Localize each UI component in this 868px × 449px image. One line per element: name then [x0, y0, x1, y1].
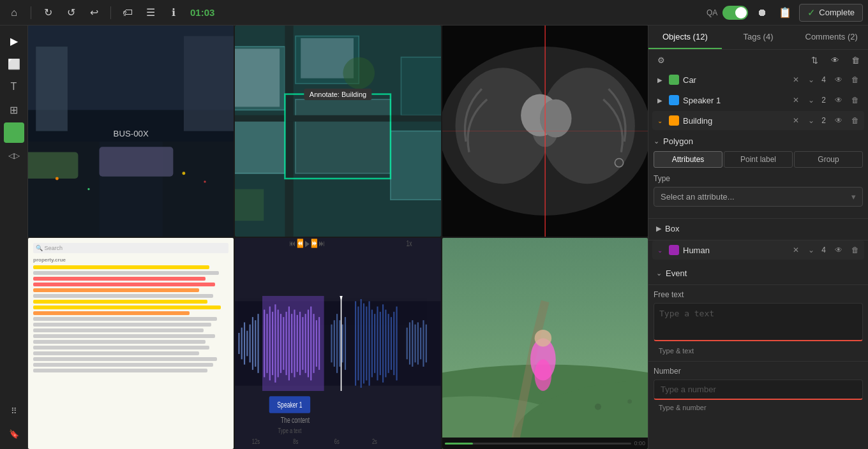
building-label: Building: [683, 116, 786, 126]
speaker1-expand-chevron[interactable]: ⌄: [805, 94, 818, 107]
car-delete-icon[interactable]: 🗑: [849, 73, 862, 86]
building-delete-icon[interactable]: 🗑: [849, 114, 862, 127]
svg-rect-73: [336, 314, 338, 373]
svg-rect-60: [291, 314, 292, 373]
text-line-9: [33, 311, 190, 315]
polygon-expand-icon[interactable]: ⌄: [654, 137, 659, 145]
sub-tab-attributes[interactable]: Attributes: [654, 151, 722, 168]
sidebar-grid-icon[interactable]: ⠿: [4, 401, 24, 421]
canvas-cell-urban[interactable]: BUS-00X: [28, 26, 234, 237]
info-icon[interactable]: ℹ: [165, 4, 183, 22]
human-delete-icon[interactable]: 🗑: [849, 244, 862, 256]
svg-rect-98: [420, 328, 421, 360]
type-attribute-label: Type: [654, 174, 863, 183]
filter-icon[interactable]: ⚙: [654, 52, 669, 68]
human-color: [669, 245, 679, 255]
sidebar-shape-icon[interactable]: ⬜: [4, 54, 24, 74]
home-icon[interactable]: ⌂: [5, 4, 23, 22]
delete-all-icon[interactable]: 🗑: [848, 52, 863, 68]
tag-icon[interactable]: 🏷: [119, 4, 137, 22]
svg-rect-87: [382, 304, 384, 382]
building-expand-chevron[interactable]: ⌄: [805, 114, 818, 127]
record-icon[interactable]: ⏺: [753, 4, 771, 22]
human-remove-icon[interactable]: ✕: [789, 244, 802, 256]
object-row-building[interactable]: ⌄ Building ✕ ⌄ 2 👁 🗑: [652, 111, 864, 130]
building-remove-icon[interactable]: ✕: [789, 114, 802, 127]
sidebar-layout-icon[interactable]: ⊞: [4, 99, 24, 120]
object-row-car[interactable]: ▶ Car ✕ ⌄ 4 👁 🗑: [652, 70, 864, 89]
free-text-input[interactable]: [654, 303, 863, 341]
speaker1-visibility-icon[interactable]: 👁: [832, 94, 845, 107]
toolbar-right: ⇅ 👁 🗑: [807, 52, 863, 68]
svg-rect-54: [275, 304, 276, 382]
tab-comments[interactable]: Comments (2): [795, 26, 868, 49]
object-row-speaker1[interactable]: ▶ Speaker 1 ✕ ⌄ 2 👁 🗑: [652, 91, 864, 110]
svg-rect-77: [355, 301, 356, 385]
sidebar-color-icon[interactable]: [4, 122, 24, 143]
complete-button[interactable]: ✓ Complete: [799, 4, 863, 22]
doc-title-label: property.crue: [33, 257, 228, 263]
svg-point-119: [534, 359, 551, 391]
human-expand-chevron[interactable]: ⌄: [805, 244, 818, 256]
svg-rect-48: [255, 320, 256, 367]
sub-tab-point-label[interactable]: Point label: [724, 151, 793, 168]
number-input[interactable]: [654, 379, 863, 400]
svg-rect-65: [305, 314, 306, 373]
svg-text:The content: The content: [281, 415, 310, 424]
building-expand-icon[interactable]: ⌄: [655, 115, 665, 126]
canvas-cell-audio[interactable]: Speaker 1 The content Type a text 12s 8s…: [235, 238, 440, 449]
svg-rect-76: [345, 317, 346, 370]
svg-rect-50: [264, 310, 265, 378]
type-attribute-select[interactable]: Select an attribute... ▾: [654, 187, 863, 207]
sidebar-bookmark-icon[interactable]: 🔖: [4, 423, 24, 444]
svg-rect-43: [241, 328, 243, 360]
svg-rect-49: [258, 314, 259, 373]
refresh-icon[interactable]: ↻: [39, 4, 57, 22]
right-panel: Objects (12) Tags (4) Comments (2) ⚙ ⇅ 👁…: [648, 26, 868, 449]
human-expand-icon[interactable]: ⌄: [655, 245, 665, 255]
object-row-human[interactable]: ⌄ Human ✕ ⌄ 4 👁 🗑: [652, 240, 864, 260]
svg-rect-61: [294, 310, 296, 378]
sidebar-split-icon[interactable]: ◁▷: [4, 145, 24, 166]
car-remove-icon[interactable]: ✕: [789, 73, 802, 86]
box-expand-icon[interactable]: ▶: [656, 224, 661, 233]
car-expand-icon[interactable]: ▶: [655, 75, 665, 85]
speaker1-expand-icon[interactable]: ▶: [655, 95, 665, 105]
field-image: 0:00: [442, 238, 648, 449]
svg-point-13: [204, 180, 206, 182]
canvas-cell-field[interactable]: 0:00: [442, 238, 648, 449]
menu-icon[interactable]: ☰: [142, 4, 160, 22]
canvas-cell-aerial[interactable]: Annotate: Building: [235, 26, 440, 237]
qa-toggle[interactable]: [722, 6, 748, 20]
timeline-scrubber[interactable]: [445, 443, 632, 445]
event-expand-icon[interactable]: ⌄: [656, 269, 662, 277]
visibility-icon[interactable]: 👁: [827, 52, 842, 68]
car-visibility-icon[interactable]: 👁: [832, 73, 845, 86]
sub-tab-group[interactable]: Group: [794, 151, 863, 168]
speaker1-remove-icon[interactable]: ✕: [789, 94, 802, 107]
building-visibility-icon[interactable]: 👁: [832, 114, 845, 127]
text-line-8: [33, 305, 221, 309]
sort-icon[interactable]: ⇅: [807, 52, 822, 68]
type-select-arrow-icon: ▾: [851, 192, 856, 202]
svg-rect-57: [283, 317, 285, 370]
tab-objects[interactable]: Objects (12): [648, 26, 722, 49]
svg-rect-59: [288, 307, 290, 381]
canvas-cell-medical[interactable]: [442, 26, 648, 237]
tab-tags[interactable]: Tags (4): [722, 26, 795, 49]
human-visibility-icon[interactable]: 👁: [832, 244, 845, 256]
svg-text:8s: 8s: [294, 437, 299, 445]
car-expand-chevron[interactable]: ⌄: [805, 73, 818, 86]
svg-text:6s: 6s: [334, 437, 340, 445]
sidebar-text-icon[interactable]: T: [4, 77, 24, 97]
svg-rect-41: [262, 296, 324, 391]
undo-icon[interactable]: ↺: [62, 4, 80, 22]
svg-rect-74: [340, 320, 341, 367]
svg-rect-7: [28, 152, 78, 179]
canvas-area: BUS-00X: [28, 26, 648, 449]
back-icon[interactable]: ↩: [85, 4, 103, 22]
speaker1-delete-icon[interactable]: 🗑: [849, 94, 862, 107]
clipboard-icon[interactable]: 📋: [776, 4, 794, 22]
canvas-cell-text[interactable]: 🔍 Search property.crue: [28, 238, 234, 449]
sidebar-cursor-icon[interactable]: ▶: [4, 31, 24, 51]
